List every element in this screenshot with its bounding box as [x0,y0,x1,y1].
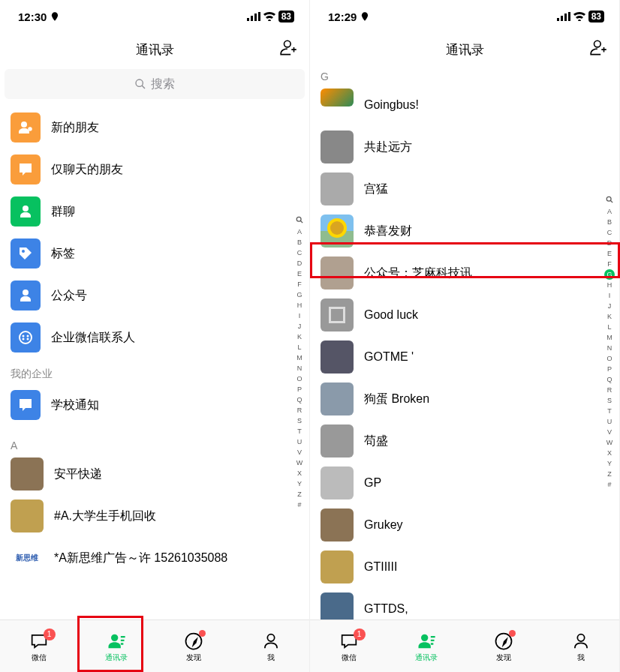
contact-item[interactable]: 狗蛋 Broken [310,378,619,420]
index-letter[interactable]: G [293,290,306,300]
index-letter[interactable]: A [603,206,616,217]
contact-item[interactable]: Goingbus! [310,84,619,126]
contact-item[interactable]: 安平快递 [0,453,309,495]
index-letter[interactable]: W [293,458,306,468]
index-letter[interactable]: N [603,343,616,353]
index-letter[interactable]: Z [603,469,616,479]
contact-item[interactable]: GOTME ' [310,336,619,378]
avatar [321,592,354,620]
contact-name: GTTDS, [364,602,408,616]
contact-name: #A.大学生手机回收 [54,508,156,524]
content-area: G Goingbus!共赴远方宫猛恭喜发财公众号：芝麻科技讯Good luckG… [310,66,619,620]
index-letter[interactable]: E [293,268,306,279]
index-letter[interactable]: L [603,322,616,332]
index-letter[interactable]: Q [293,394,306,405]
index-letter[interactable]: O [603,353,616,364]
index-letter[interactable]: B [293,237,306,248]
index-letter[interactable]: Q [603,374,616,385]
contact-item[interactable]: #A.大学生手机回收 [0,495,309,537]
tab-chats[interactable]: 1微信 [0,620,77,672]
index-letter[interactable]: N [293,363,306,374]
index-letter[interactable]: S [603,395,616,406]
contact-item[interactable]: 新思维*A新思维广告～许 15261035088 [0,537,309,579]
add-contact-button[interactable] [589,38,609,61]
index-letter[interactable]: U [603,416,616,427]
fn-label: 新的朋友 [51,120,99,136]
index-letter[interactable]: C [293,248,306,258]
fn-item[interactable]: 仅聊天的朋友 [0,148,309,190]
add-contact-button[interactable] [279,38,299,61]
index-letter[interactable]: C [603,227,616,238]
contact-name: GOTME ' [364,350,414,364]
contact-item[interactable]: 苟盛 [310,420,619,462]
index-letter[interactable]: # [603,479,616,490]
index-letter[interactable]: U [293,436,306,447]
index-letter[interactable]: H [293,300,306,310]
contact-item[interactable]: Good luck [310,294,619,336]
index-letter[interactable]: P [293,384,306,394]
fn-item[interactable]: 群聊 [0,190,309,232]
index-letter[interactable]: Z [293,489,306,500]
fn-item[interactable]: 标签 [0,232,309,274]
index-letter[interactable]: J [293,321,306,332]
highlight-box-tab [77,616,143,672]
contact-item[interactable]: Grukey [310,504,619,546]
index-letter[interactable]: I [603,290,616,301]
tab-discover[interactable]: 发现 [155,620,232,672]
contact-item[interactable]: GTIIIII [310,546,619,588]
index-letter[interactable]: X [603,448,616,458]
contact-item[interactable]: 共赴远方 [310,126,619,168]
index-letter[interactable]: A [293,226,306,237]
tab-icon [183,630,204,652]
index-letter[interactable]: K [603,311,616,322]
index-letter[interactable] [293,216,306,226]
tab-label: 微信 [32,652,47,663]
index-letter[interactable]: Y [293,478,306,489]
index-letter[interactable]: B [603,217,616,227]
index-letter[interactable]: I [293,310,306,321]
index-letter[interactable]: L [293,342,306,352]
index-letter[interactable]: H [603,280,616,290]
search-input[interactable]: 搜索 [5,69,305,99]
index-letter[interactable] [603,196,616,206]
index-letter[interactable]: J [603,301,616,311]
tab-me[interactable]: 我 [232,620,309,672]
index-bar[interactable]: ABCDEFGHIJKLMNOPQRSTUVWXYZ# [293,216,306,510]
fn-item[interactable]: 企业微信联系人 [0,316,309,358]
index-letter[interactable]: M [293,352,306,363]
contact-item[interactable]: GP [310,462,619,504]
index-bar[interactable]: ABCDEFGHIJKLMNOPQRSTUVWXYZ# [603,196,616,490]
index-letter[interactable]: V [603,427,616,437]
tab-contacts[interactable]: 通讯录 [387,620,465,672]
tab-label: 通讯录 [415,652,438,663]
index-letter[interactable]: # [293,500,306,510]
index-letter[interactable]: S [293,416,306,426]
index-letter[interactable]: M [603,332,616,343]
fn-label: 学校通知 [51,398,99,413]
contact-item[interactable]: 宫猛 [310,168,619,210]
index-letter[interactable]: R [293,405,306,416]
index-letter[interactable]: K [293,332,306,342]
svg-rect-3 [258,12,260,21]
index-letter[interactable]: T [293,426,306,436]
fn-label: 群聊 [51,204,75,220]
fn-item[interactable]: 公众号 [0,274,309,316]
index-letter[interactable]: F [293,279,306,290]
index-letter[interactable]: W [603,437,616,448]
enterprise-item[interactable]: 学校通知 [0,384,309,426]
index-letter[interactable]: O [293,374,306,384]
index-letter[interactable]: D [293,258,306,268]
location-icon [360,11,370,22]
tab-discover[interactable]: 发现 [465,620,542,672]
index-letter[interactable]: R [603,385,616,395]
index-letter[interactable]: Y [603,458,616,469]
contact-item[interactable]: GTTDS, [310,588,619,620]
fn-item[interactable]: 新的朋友 [0,106,309,148]
phone-right: 12:29 83 通讯录 G Goingbus!共赴远方宫猛恭喜发财公众号：芝麻… [310,0,620,672]
index-letter[interactable]: T [603,406,616,416]
index-letter[interactable]: V [293,447,306,458]
tab-chats[interactable]: 1微信 [310,620,387,672]
index-letter[interactable]: P [603,364,616,374]
tab-me[interactable]: 我 [542,620,619,672]
index-letter[interactable]: X [293,468,306,478]
